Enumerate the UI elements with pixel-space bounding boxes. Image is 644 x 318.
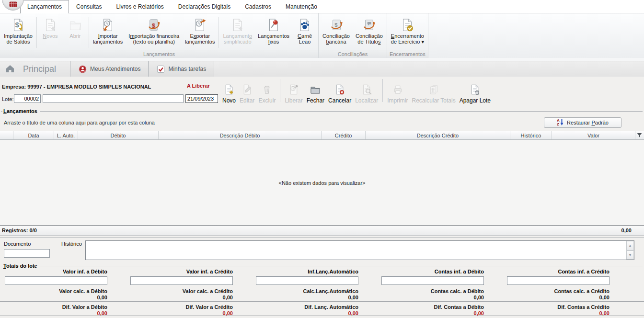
cancelar-button[interactable]: Cancelar bbox=[326, 84, 353, 104]
menu-tab-3[interactable]: Livros e Relatórios bbox=[109, 0, 171, 13]
view-tab-principal[interactable]: Principal bbox=[20, 61, 70, 77]
conciliacao-bancaria-button[interactable]: $Conciliaçãobancária bbox=[320, 14, 353, 50]
difference-label: Dif. Valor a Débito bbox=[5, 304, 107, 310]
column-header-valor[interactable]: Valor bbox=[552, 131, 635, 139]
column-header-l-auto-[interactable]: L. Auto. bbox=[54, 131, 78, 139]
app-window: LançamentosConsultasLivros e RelatóriosD… bbox=[0, 0, 644, 318]
menu-tab-5[interactable]: Cadastros bbox=[238, 0, 278, 13]
scroll-down-button[interactable]: ▼ bbox=[626, 250, 634, 260]
novo-button[interactable]: Novo bbox=[220, 84, 238, 104]
importacao-financeira-label: (texto ou planilha) bbox=[133, 39, 174, 45]
excluir-button: Excluir bbox=[256, 84, 277, 104]
status-badge: A Liberar bbox=[187, 83, 210, 89]
menu-tab-6[interactable]: Manutenção bbox=[278, 0, 324, 13]
view-tab-label: Principal bbox=[23, 64, 56, 74]
view-tab-strip: PrincipalMeus AtendimentosMinhas tarefas bbox=[0, 61, 644, 77]
carne-leao-button[interactable]: CarnêLeão bbox=[292, 14, 317, 50]
totals-grid: Valor inf. a DébitoValor calc. a Débito0… bbox=[5, 269, 632, 317]
conciliacao-titulos-label: de Títulos bbox=[357, 39, 380, 45]
calculated-value: 0,00 bbox=[130, 295, 233, 301]
grid-caption-label: Lançamentos bbox=[3, 108, 37, 114]
grid-body[interactable]: <Não existem dados para visualizar> bbox=[0, 140, 644, 225]
liberar-icon bbox=[288, 84, 299, 97]
records-count: Registros: 0/0 bbox=[2, 227, 37, 233]
calculated-label: Contas calc. a Crédito bbox=[507, 288, 610, 295]
lote-description-input[interactable] bbox=[43, 94, 184, 103]
lote-label: Lote: bbox=[2, 96, 13, 102]
difference-label: Dif. Contas a Crédito bbox=[507, 304, 610, 310]
conciliacao-bancaria-icon: $ bbox=[329, 17, 344, 33]
imprimir-icon bbox=[392, 84, 403, 97]
menu-tab-2[interactable]: Consultas bbox=[69, 0, 109, 13]
exportar-lancamentos-button[interactable]: Exportarlançamentos bbox=[182, 14, 218, 50]
editar-button: Editar bbox=[238, 84, 256, 104]
liberar-button: Liberar bbox=[283, 84, 304, 104]
scroll-up-button[interactable]: ▲ bbox=[626, 241, 634, 250]
informed-value-input[interactable] bbox=[381, 276, 484, 285]
informed-value-input[interactable] bbox=[256, 276, 358, 285]
encerramento-exercicio-icon bbox=[400, 17, 414, 33]
implantacao-saldos-button[interactable]: $Implantaçãode Saldos bbox=[1, 14, 35, 50]
records-total: 0,00 bbox=[621, 227, 632, 233]
column-header-d-bito[interactable]: Débito bbox=[78, 131, 159, 139]
lancamentos-fixos-button[interactable]: Lançamentosfixos bbox=[255, 14, 292, 50]
documento-label: Documento bbox=[4, 241, 31, 247]
date-input[interactable] bbox=[185, 94, 218, 103]
novo-icon bbox=[223, 84, 235, 97]
carne-leao-icon bbox=[298, 17, 312, 33]
fechar-button[interactable]: Fechar bbox=[305, 84, 326, 104]
column-header-indicator[interactable] bbox=[0, 131, 13, 139]
home-tab[interactable] bbox=[0, 61, 20, 77]
historico-textarea[interactable] bbox=[86, 241, 626, 260]
menu-tab-4[interactable]: Declarações Digitais bbox=[171, 0, 238, 13]
liberar-label: Liberar bbox=[285, 97, 302, 104]
informed-label: Contas inf. a Débito bbox=[381, 269, 484, 275]
view-tab-minhas-tarefas[interactable]: Minhas tarefas bbox=[149, 61, 214, 77]
svg-text:$: $ bbox=[15, 21, 19, 29]
conciliacao-titulos-icon bbox=[362, 17, 376, 33]
importacao-financeira-label: Importação financeira bbox=[128, 33, 179, 39]
importar-lancamentos-button[interactable]: Importarlançamentos bbox=[90, 14, 126, 50]
ribbon-separator bbox=[89, 17, 89, 48]
importacao-financeira-button[interactable]: $Importação financeira(texto ou planilha… bbox=[126, 14, 182, 50]
historico-scrollbar: ▲ ▼ bbox=[626, 241, 634, 260]
app-logo-icon bbox=[9, 1, 17, 9]
view-tab-label: Meus Atendimentos bbox=[90, 66, 140, 72]
svg-text:Z: Z bbox=[557, 122, 559, 126]
conciliacao-bancaria-label: Conciliação bbox=[322, 33, 350, 39]
calculated-value: 0,00 bbox=[5, 295, 107, 301]
totals-column-2: Valor inf. a CréditoValor calc. a Crédit… bbox=[130, 269, 256, 317]
informed-value-input[interactable] bbox=[5, 276, 107, 285]
filter-funnel-icon[interactable] bbox=[635, 131, 644, 139]
column-header-descri-o-cr-dito[interactable]: Descrição Crédito bbox=[366, 131, 510, 139]
column-header-descri-o-d-bito[interactable]: Descrição Débito bbox=[159, 131, 322, 139]
menu-tab-1[interactable]: Lançamentos bbox=[20, 0, 69, 13]
batch-form: Empresa: 99997 - EMPRESA MODELO SIMPLES … bbox=[0, 77, 644, 107]
column-header-hist-rico[interactable]: Histórico bbox=[510, 131, 552, 139]
column-header-data[interactable]: Data bbox=[13, 131, 54, 139]
difference-label: Dif. Valor a Crédito bbox=[130, 304, 233, 310]
apagar-lote-button[interactable]: Apagar Lote bbox=[458, 84, 493, 104]
implantacao-saldos-label: Implantação bbox=[4, 33, 33, 39]
encerramento-exercicio-button[interactable]: Encerramentode Exercício ▾ bbox=[388, 14, 427, 50]
informed-value-input[interactable] bbox=[507, 276, 610, 285]
conciliacao-titulos-button[interactable]: Conciliaçãode Títulos bbox=[353, 14, 386, 50]
ribbon-group: $Implantaçãode SaldosNovosAbrirImportarl… bbox=[0, 13, 319, 58]
implantacao-saldos-label: de Saldos bbox=[7, 39, 30, 45]
historico-label: Histórico bbox=[61, 241, 82, 247]
totals-column-3: Inf.Lanç.AutomáticoCalc.Lanç.Automático0… bbox=[256, 269, 381, 317]
lancamentos-fixos-label: Lançamentos bbox=[258, 33, 289, 39]
lote-input[interactable] bbox=[14, 94, 41, 103]
calculated-label: Contas calc. a Débito bbox=[381, 288, 484, 295]
group-by-bar[interactable]: Arraste o título de uma coluna aqui para… bbox=[0, 115, 644, 131]
encerramento-exercicio-label: Encerramento bbox=[391, 33, 424, 39]
restore-default-button[interactable]: AZ Restaurar Padrão bbox=[544, 117, 621, 128]
informed-label: Valor inf. a Crédito bbox=[130, 269, 233, 275]
column-header-cr-dito[interactable]: Crédito bbox=[322, 131, 366, 139]
company-label: Empresa: 99997 - EMPRESA MODELO SIMPLES … bbox=[2, 84, 151, 90]
informed-value-input[interactable] bbox=[130, 276, 233, 285]
view-tab-meus-atendimentos[interactable]: Meus Atendimentos bbox=[70, 61, 149, 77]
documento-input[interactable] bbox=[4, 249, 50, 258]
localizar-icon bbox=[361, 84, 372, 97]
menu-bar: LançamentosConsultasLivros e RelatóriosD… bbox=[0, 0, 644, 13]
